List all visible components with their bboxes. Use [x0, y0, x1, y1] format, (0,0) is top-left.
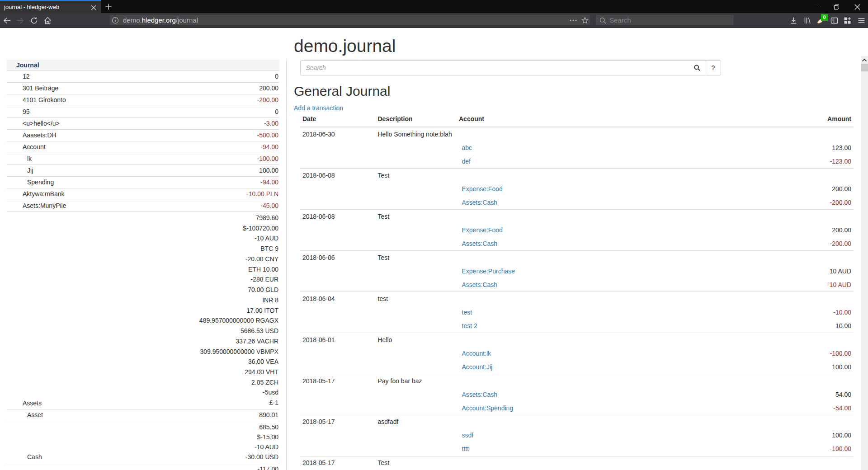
- scrollbar: [861, 56, 868, 470]
- library: [804, 17, 811, 24]
- forward: [16, 17, 24, 24]
- search-help: ?: [706, 60, 721, 75]
- downloads: [790, 17, 797, 24]
- search-icon: [599, 17, 606, 24]
- menu: [858, 17, 865, 24]
- home: [44, 17, 52, 24]
- page-content: Journal 120 301 Beiträge200.00 4101 Giro…: [0, 28, 860, 470]
- minimize: [806, 0, 826, 13]
- search-input: Search: [300, 60, 689, 75]
- active-tab: journal - hledger-web: [0, 0, 101, 13]
- search-submit: [689, 60, 706, 75]
- tab-bar: journal - hledger-web: [0, 0, 868, 13]
- add-transaction: Add a transaction: [294, 103, 343, 113]
- back: [3, 17, 11, 24]
- reload: [30, 17, 38, 24]
- column-divider: [286, 59, 287, 470]
- browser-chrome: journal - hledger-web demo.hledger.org/j…: [0, 0, 868, 28]
- addons: [844, 17, 851, 24]
- sidebars: [830, 17, 838, 24]
- bookmark-star: [581, 17, 589, 24]
- sidebar-accounts: Journal 120 301 Beiträge200.00 4101 Giro…: [7, 60, 279, 470]
- journal-title: demo.journal: [294, 37, 396, 55]
- badge: 0: [821, 14, 828, 21]
- close-window: [847, 0, 868, 13]
- section-heading: General Journal: [294, 85, 390, 98]
- register-table: DateDescriptionAccountAmount 2018-06-30H…: [300, 112, 854, 470]
- site-info: [112, 17, 119, 24]
- hledger-web journal screenshot: journal - hledger-web demo.hledger.org/j…: [0, 0, 868, 470]
- page-actions: [569, 19, 577, 22]
- restore: [826, 0, 847, 13]
